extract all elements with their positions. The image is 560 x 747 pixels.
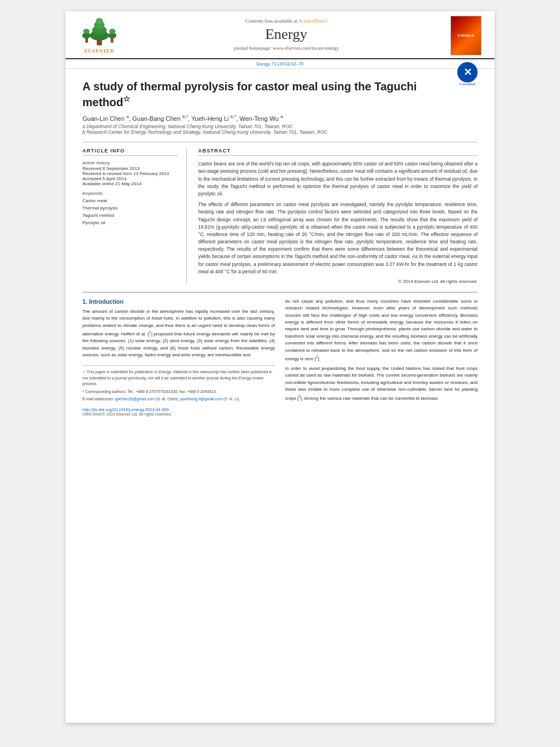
keyword-4: Pyrolytic oil [82,220,178,227]
journal-center: Contents lists available at ScienceDirec… [128,16,445,55]
body-col-right: do not cause any pollution, and thus man… [285,298,478,416]
received-date: Received 8 September 2013 [82,166,178,171]
body-col-left: 1. Introduction The amount of carbon dio… [82,298,275,416]
affiliations: a Department of Chemical Engineering, Na… [82,124,478,135]
keywords-list: Castor meal Thermal pyrolysis Taguchi me… [82,198,178,226]
svg-point-7 [84,29,90,34]
doi-link[interactable]: http://dx.doi.org/10.1016/j.energy.2014.… [82,407,275,412]
abstract-col: ABSTRACT Castor beans are one of the wor… [198,148,478,284]
svg-point-4 [96,18,103,24]
cover-text: ENERGY [458,33,475,38]
body-content: 1. Introduction The amount of carbon dio… [82,298,478,416]
article-info-abstract: ARTICLE INFO Article history: Received 8… [82,148,478,284]
affiliation-b: b Research Center for Energy Technology … [82,129,478,135]
keywords-label: Keywords: [82,191,178,196]
elsevier-label: ELSEVIER [84,48,115,54]
article-title: A study of thermal pyrolysis for castor … [82,79,478,110]
journal-homepage: journal homepage: www.elsevier.com/locat… [128,45,445,51]
body-text-right: do not cause any pollution, and thus man… [285,298,478,402]
abstract-para-2: The effects of different parameters on c… [198,201,478,276]
affiliation-a: a Department of Chemical Engineering, Na… [82,124,478,129]
journal-header: ELSEVIER Contents lists available at Sci… [65,11,495,59]
elsevier-tree-icon [80,16,119,47]
journal-name: Energy [128,26,445,43]
section-divider [82,292,478,292]
intro-para-right-2: In order to avoid jeopardizing the food … [285,365,478,402]
article-info-label: ARTICLE INFO [82,148,178,156]
body-text-left: The amount of carbon dioxide in the atmo… [82,308,275,359]
keyword-1: Castor meal [82,198,178,205]
sciencedirect-line: Contents lists available at ScienceDirec… [128,18,445,24]
history-label: Article history: [82,160,178,165]
section-1-heading: 1. Introduction [82,298,275,305]
footnotes: ☆ This paper is submitted for publicatio… [82,365,275,416]
keywords-group: Keywords: Castor meal Thermal pyrolysis … [82,191,178,226]
intro-para-left: The amount of carbon dioxide in the atmo… [82,308,275,359]
article-history: Article history: Received 8 September 20… [82,160,178,186]
intro-para-right-1: do not cause any pollution, and thus man… [285,298,478,362]
abstract-para-1: Castor beans are one of the world's top … [198,160,478,198]
sciencedirect-link[interactable]: ScienceDirect [299,18,327,24]
cover-image: ENERGY [450,16,482,55]
email-link-2[interactable]: yuehheng.li@gmail.com [180,397,222,401]
svg-point-10 [109,29,115,34]
keyword-3: Taguchi method [82,212,178,220]
article-body: ✕ CrossMark A study of thermal pyrolysis… [65,69,495,426]
email-link-1[interactable]: gbchen26@gmail.com [115,397,155,401]
authors-line: Guan-Lin Chen a, Guan-Bang Chen b,*, Yue… [82,114,478,122]
copyright: © 2014 Elsevier Ltd. All rights reserved… [198,279,478,284]
available-date: Available online 21 May 2014 [82,181,178,186]
doi-bar: Energy 71 (2014) 62–70 [65,59,495,69]
issn-footer: 0360-5442/© 2014 Elsevier Ltd. All right… [82,412,275,416]
accepted-date: Accepted 5 April 2014 [82,176,178,181]
article-info-col: ARTICLE INFO Article history: Received 8… [82,148,187,284]
keyword-2: Thermal pyrolysis [82,205,178,212]
elsevier-logo: ELSEVIER [77,16,122,58]
journal-cover: ENERGY [450,16,483,55]
revised-date: Received in revised form 13 February 201… [82,171,178,176]
footnote-1: ☆ This paper is submitted for publicatio… [82,369,275,403]
article-page: ELSEVIER Contents lists available at Sci… [65,11,495,723]
crossmark-badge: ✕ CrossMark [457,62,478,86]
divider-1 [82,142,478,142]
abstract-text: Castor beans are one of the world's top … [198,160,478,276]
doi-footer: http://dx.doi.org/10.1016/j.energy.2014.… [82,407,275,416]
abstract-label: ABSTRACT [198,148,478,156]
